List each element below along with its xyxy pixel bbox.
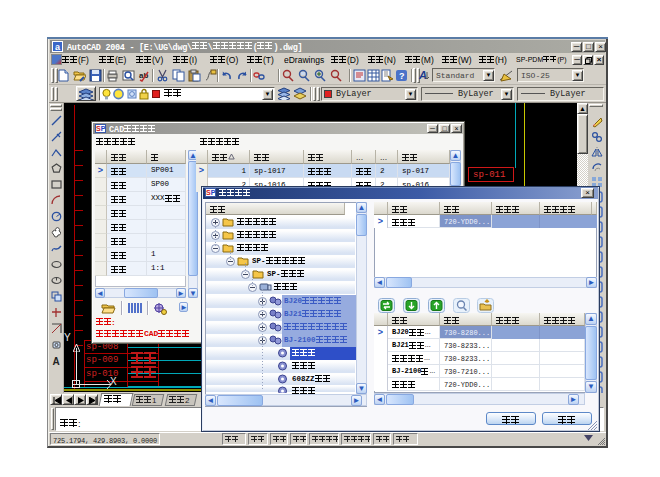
svg-text:?: ? xyxy=(399,71,405,81)
svg-text:A: A xyxy=(53,356,60,367)
svg-text:A: A xyxy=(418,69,427,81)
